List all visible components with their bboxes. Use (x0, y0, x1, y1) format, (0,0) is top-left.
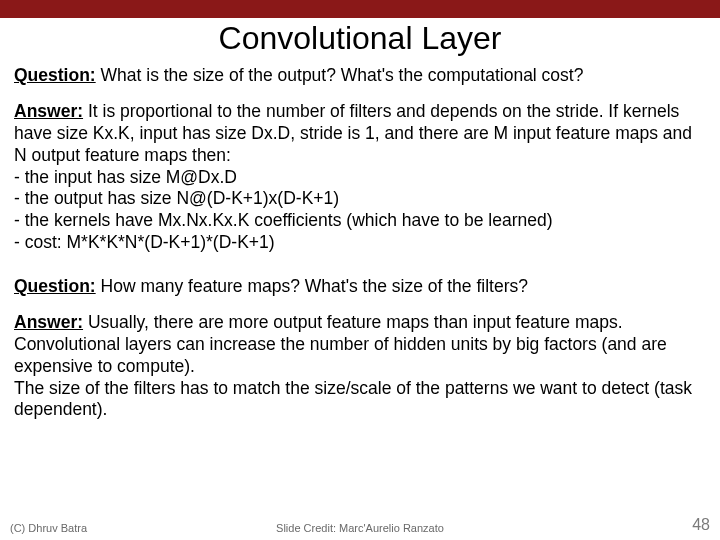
answer-1: Answer: It is proportional to the number… (14, 101, 706, 254)
slide-number: 48 (692, 516, 710, 534)
bullet-item: - the kernels have Mx.Nx.Kx.K coefficien… (14, 210, 706, 232)
answer-2: Answer: Usually, there are more output f… (14, 312, 706, 421)
question-1: Question: What is the size of the output… (14, 65, 706, 87)
question-label: Question: (14, 65, 96, 85)
answer-1-text: It is proportional to the number of filt… (14, 101, 692, 165)
bullet-item: - the input has size M@Dx.D (14, 167, 706, 189)
bullet-item: - the output has size N@(D-K+1)x(D-K+1) (14, 188, 706, 210)
answer-1-bullets: - the input has size M@Dx.D - the output… (14, 167, 706, 255)
bullet-item: - cost: M*K*K*N*(D-K+1)*(D-K+1) (14, 232, 706, 254)
slide-title: Convolutional Layer (0, 20, 720, 57)
question-1-text: What is the size of the output? What's t… (96, 65, 584, 85)
top-accent-bar (0, 0, 720, 18)
question-2: Question: How many feature maps? What's … (14, 276, 706, 298)
answer-label: Answer: (14, 101, 83, 121)
question-label: Question: (14, 276, 96, 296)
answer-label: Answer: (14, 312, 83, 332)
answer-2-text: Usually, there are more output feature m… (14, 312, 667, 376)
question-2-text: How many feature maps? What's the size o… (96, 276, 528, 296)
slide-content: Question: What is the size of the output… (0, 65, 720, 421)
footer-credit: Slide Credit: Marc'Aurelio Ranzato (0, 522, 720, 534)
answer-2-text-2: The size of the filters has to match the… (14, 378, 706, 422)
